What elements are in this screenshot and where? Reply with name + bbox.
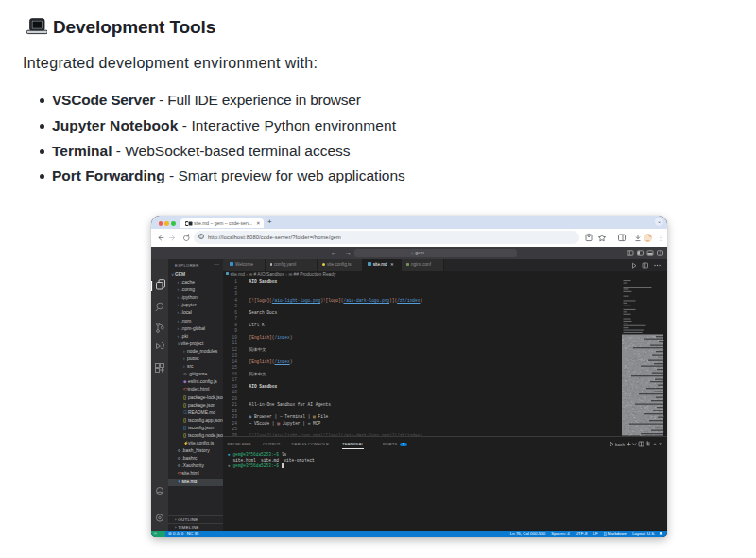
svg-text:bash: bash xyxy=(615,443,625,447)
